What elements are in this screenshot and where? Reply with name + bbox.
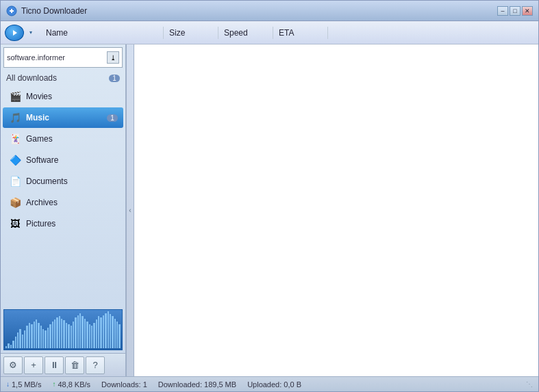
col-header-eta[interactable]: ETA: [273, 27, 328, 39]
all-downloads-label: All downloads: [6, 73, 106, 83]
speed-bar: [54, 319, 55, 348]
speed-bar: [103, 315, 104, 348]
software-label: Software: [26, 155, 118, 165]
minimize-button[interactable]: –: [497, 6, 508, 16]
games-label: Games: [26, 134, 118, 144]
pictures-label: Pictures: [26, 219, 118, 228]
play-dropdown-arrow[interactable]: ▾: [27, 25, 35, 41]
speed-bar: [29, 323, 30, 348]
music-badge: 1: [107, 114, 118, 122]
upload-arrow-icon: ↑: [52, 380, 55, 388]
speed-bar: [112, 316, 113, 348]
speed-bar: [52, 322, 53, 348]
speed-bar: [116, 322, 118, 348]
category-list: 🎬Movies🎵Music1🃏Games🔷Software📄Documents📦…: [1, 86, 125, 306]
speed-bar: [98, 316, 99, 348]
col-header-speed[interactable]: Speed: [218, 27, 273, 39]
games-icon: 🃏: [8, 132, 22, 146]
speed-bar: [82, 316, 83, 348]
titlebar-controls: – □ ✕: [497, 6, 533, 16]
col-header-name[interactable]: Name: [40, 27, 164, 39]
speed-bar: [42, 329, 44, 348]
help-button[interactable]: ?: [86, 356, 105, 374]
speed-bars-container: [4, 310, 122, 350]
downloads-count-item: Downloads: 1: [101, 380, 147, 389]
movies-label: Movies: [26, 92, 118, 101]
content-pane: [134, 44, 538, 376]
speed-bar: [96, 319, 97, 348]
downloaded-item: Downloaded: 189,5 MB: [158, 380, 236, 389]
speed-bar: [86, 322, 88, 348]
pause-button[interactable]: ⏸: [45, 356, 64, 374]
sidebar-item-movies[interactable]: 🎬Movies: [3, 86, 123, 107]
speed-bar: [77, 315, 79, 348]
speed-bar: [93, 323, 95, 348]
url-action-icon[interactable]: ⤓: [107, 51, 119, 64]
sidebar-item-software[interactable]: 🔷Software: [3, 150, 123, 170]
software-icon: 🔷: [8, 153, 22, 167]
download-speed-value: 1,5 MB/s: [12, 380, 41, 389]
speed-bar: [73, 322, 74, 348]
speed-bar: [118, 324, 120, 348]
play-button[interactable]: [5, 25, 24, 41]
speed-bar: [31, 324, 32, 348]
collapse-handle[interactable]: ‹: [126, 44, 134, 376]
speed-bar: [26, 326, 27, 348]
speed-bar: [19, 329, 21, 348]
music-label: Music: [26, 113, 103, 122]
speed-bar: [84, 319, 86, 348]
download-arrow-icon: ↓: [6, 380, 10, 388]
speed-bar: [75, 317, 76, 348]
close-button[interactable]: ✕: [522, 6, 533, 16]
speed-bar: [40, 326, 42, 348]
movies-icon: 🎬: [8, 90, 22, 103]
uploaded-item: Uploaded: 0,0 B: [247, 380, 301, 389]
documents-icon: 📄: [8, 174, 22, 188]
titlebar-left: Ticno Downloader: [6, 5, 87, 16]
speed-bar: [114, 319, 116, 348]
add-button[interactable]: +: [24, 356, 43, 374]
sidebar-item-archives[interactable]: 📦Archives: [3, 192, 123, 213]
speed-bar: [17, 332, 18, 348]
url-text: software.informer: [7, 53, 104, 62]
speed-bar: [34, 322, 35, 348]
pictures-icon: 🖼: [8, 217, 22, 231]
statusbar: ↓ 1,5 MB/s ↑ 48,8 KB/s Downloads: 1 Down…: [1, 376, 538, 391]
speed-bar: [110, 314, 111, 348]
speed-bar: [12, 341, 14, 348]
speed-bar: [47, 328, 49, 348]
speed-bar: [49, 324, 51, 348]
sidebar-item-music[interactable]: 🎵Music1: [3, 107, 123, 128]
documents-label: Documents: [26, 177, 118, 186]
speed-graph: [3, 309, 123, 350]
speed-bar: [56, 317, 58, 348]
music-icon: 🎵: [8, 111, 22, 125]
app-icon: [6, 5, 17, 16]
all-downloads-row[interactable]: All downloads 1: [1, 70, 125, 86]
column-headers: Name Size Speed ETA: [40, 27, 534, 39]
archives-label: Archives: [26, 198, 118, 207]
col-header-size[interactable]: Size: [164, 27, 218, 39]
sidebar-item-documents[interactable]: 📄Documents: [3, 171, 123, 192]
sidebar-item-pictures[interactable]: 🖼Pictures: [3, 213, 123, 234]
speed-bar: [22, 335, 23, 348]
main-window: Ticno Downloader – □ ✕ ▾ Name Size Speed…: [0, 0, 539, 392]
archives-icon: 📦: [8, 196, 22, 209]
sidebar-item-games[interactable]: 🃏Games: [3, 129, 123, 149]
upload-speed-item: ↑ 48,8 KB/s: [52, 380, 90, 389]
speed-bar: [68, 324, 69, 348]
speed-bar: [108, 311, 109, 348]
speed-bar: [63, 320, 64, 348]
speed-bar: [100, 317, 101, 348]
speed-bar: [36, 319, 37, 348]
titlebar: Ticno Downloader – □ ✕: [1, 1, 538, 21]
url-bar: software.informer ⤓: [3, 47, 123, 68]
upload-speed-value: 48,8 KB/s: [58, 380, 90, 389]
speed-bar: [8, 343, 9, 348]
speed-bar: [79, 313, 81, 348]
delete-button[interactable]: 🗑: [65, 356, 84, 374]
toolbar: ▾ Name Size Speed ETA: [1, 21, 538, 44]
maximize-button[interactable]: □: [510, 6, 521, 16]
settings-button[interactable]: ⚙: [3, 356, 23, 374]
resize-grip-icon[interactable]: ⋱: [526, 380, 533, 388]
